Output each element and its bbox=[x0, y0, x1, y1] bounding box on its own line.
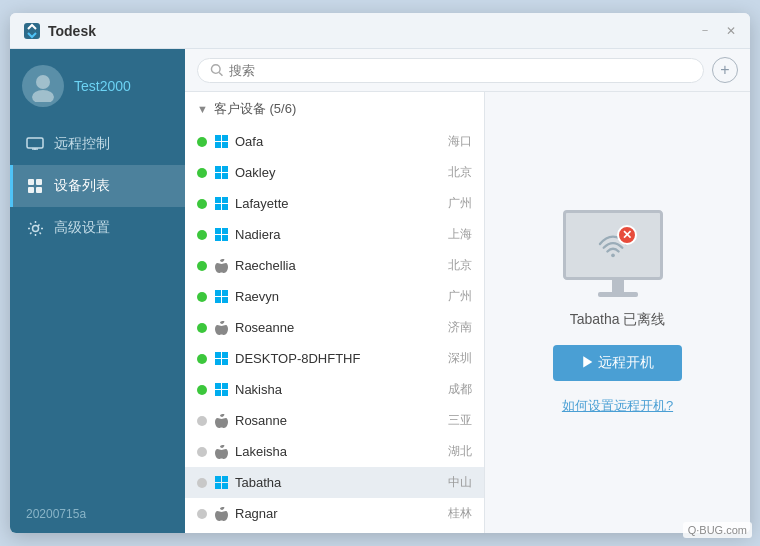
svg-rect-3 bbox=[27, 138, 43, 148]
minimize-button[interactable]: － bbox=[698, 24, 712, 38]
windows-icon bbox=[213, 196, 229, 212]
device-list-item[interactable]: Oakley北京 bbox=[185, 157, 484, 188]
device-location: 北京 bbox=[448, 164, 472, 181]
apple-icon bbox=[213, 320, 229, 336]
sidebar-item-advanced-settings[interactable]: 高级设置 bbox=[10, 207, 185, 249]
windows-icon bbox=[213, 351, 229, 367]
status-dot bbox=[197, 137, 207, 147]
todesk-logo-icon bbox=[22, 21, 42, 41]
device-name: Roseanne bbox=[235, 320, 442, 335]
device-location: 中山 bbox=[448, 474, 472, 491]
svg-point-10 bbox=[32, 225, 38, 231]
svg-point-11 bbox=[211, 65, 220, 74]
status-dot bbox=[197, 261, 207, 271]
svg-point-1 bbox=[36, 75, 50, 89]
device-list-item[interactable]: Oafa海口 bbox=[185, 126, 484, 157]
device-section: ▼ 客户设备 (5/6) Oafa海口Oakley北京Lafayette广州Na… bbox=[185, 92, 750, 533]
device-name: Nadiera bbox=[235, 227, 442, 242]
device-list-item[interactable]: DESKTOP-8DHFTHF深圳 bbox=[185, 343, 484, 374]
device-name: Oakley bbox=[235, 165, 442, 180]
device-list-item[interactable]: Raleigh广州 bbox=[185, 529, 484, 533]
device-name: Oafa bbox=[235, 134, 442, 149]
windows-icon bbox=[213, 289, 229, 305]
window-controls: － ✕ bbox=[698, 24, 738, 38]
search-input[interactable] bbox=[229, 63, 691, 78]
device-list-item[interactable]: Raevyn广州 bbox=[185, 281, 484, 312]
username: Test2000 bbox=[74, 78, 131, 94]
device-list-item[interactable]: Lafayette广州 bbox=[185, 188, 484, 219]
device-illustration: ✕ bbox=[563, 210, 673, 295]
device-list: Oafa海口Oakley北京Lafayette广州Nadiera上海Raeche… bbox=[185, 126, 484, 533]
device-location: 上海 bbox=[448, 226, 472, 243]
device-list-item[interactable]: Rosanne三亚 bbox=[185, 405, 484, 436]
device-list-item[interactable]: Nakisha成都 bbox=[185, 374, 484, 405]
monitor-screen: ✕ bbox=[563, 210, 663, 280]
device-name: Nakisha bbox=[235, 382, 442, 397]
device-status-text: Tabatha 已离线 bbox=[570, 311, 666, 329]
device-list-item[interactable]: Lakeisha湖北 bbox=[185, 436, 484, 467]
windows-icon bbox=[213, 134, 229, 150]
device-list-item[interactable]: Nadiera上海 bbox=[185, 219, 484, 250]
gear-icon bbox=[26, 219, 44, 237]
device-location: 广州 bbox=[448, 288, 472, 305]
device-list-item[interactable]: Ragnar桂林 bbox=[185, 498, 484, 529]
device-name: Rosanne bbox=[235, 413, 442, 428]
close-button[interactable]: ✕ bbox=[724, 24, 738, 38]
advanced-settings-label: 高级设置 bbox=[54, 219, 110, 237]
active-indicator bbox=[10, 165, 13, 207]
app-window: Todesk － ✕ Test2000 bbox=[10, 13, 750, 533]
version-label: 20200715a bbox=[10, 495, 185, 533]
remote-power-button[interactable]: ▶ 远程开机 bbox=[553, 345, 683, 381]
status-dot bbox=[197, 447, 207, 457]
user-section: Test2000 bbox=[10, 49, 185, 123]
device-name: Ragnar bbox=[235, 506, 442, 521]
status-dot bbox=[197, 292, 207, 302]
sidebar-item-device-list[interactable]: 设备列表 bbox=[10, 165, 185, 207]
setup-link[interactable]: 如何设置远程开机? bbox=[562, 397, 673, 415]
device-name: Lakeisha bbox=[235, 444, 442, 459]
add-device-button[interactable]: + bbox=[712, 57, 738, 83]
windows-icon bbox=[213, 227, 229, 243]
search-icon bbox=[210, 63, 223, 77]
device-location: 海口 bbox=[448, 133, 472, 150]
monitor-icon bbox=[26, 135, 44, 153]
device-location: 桂林 bbox=[448, 505, 472, 522]
app-title: Todesk bbox=[48, 23, 96, 39]
apple-icon bbox=[213, 506, 229, 522]
main-layout: Test2000 远程控制 bbox=[10, 49, 750, 533]
windows-icon bbox=[213, 475, 229, 491]
grid-icon bbox=[26, 177, 44, 195]
sidebar: Test2000 远程控制 bbox=[10, 49, 185, 533]
device-name: Lafayette bbox=[235, 196, 442, 211]
remote-control-label: 远程控制 bbox=[54, 135, 110, 153]
device-list-item[interactable]: Tabatha中山 bbox=[185, 467, 484, 498]
status-dot bbox=[197, 509, 207, 519]
windows-icon bbox=[213, 382, 229, 398]
svg-rect-7 bbox=[36, 179, 42, 185]
device-name: Raevyn bbox=[235, 289, 442, 304]
device-location: 三亚 bbox=[448, 412, 472, 429]
watermark: Q·BUG.com bbox=[683, 522, 752, 538]
status-dot bbox=[197, 478, 207, 488]
device-list-label: 设备列表 bbox=[54, 177, 110, 195]
apple-icon bbox=[213, 444, 229, 460]
svg-rect-8 bbox=[28, 187, 34, 193]
svg-point-13 bbox=[611, 253, 615, 257]
device-list-item[interactable]: Raechellia北京 bbox=[185, 250, 484, 281]
search-bar: + bbox=[185, 49, 750, 92]
chevron-down-icon: ▼ bbox=[197, 103, 208, 115]
sidebar-item-remote-control[interactable]: 远程控制 bbox=[10, 123, 185, 165]
device-list-item[interactable]: Roseanne济南 bbox=[185, 312, 484, 343]
avatar-icon bbox=[27, 70, 59, 102]
device-name: Tabatha bbox=[235, 475, 442, 490]
titlebar: Todesk － ✕ bbox=[10, 13, 750, 49]
device-name: DESKTOP-8DHFTHF bbox=[235, 351, 442, 366]
status-dot bbox=[197, 323, 207, 333]
group-label: 客户设备 (5/6) bbox=[214, 100, 296, 118]
search-input-wrap[interactable] bbox=[197, 58, 704, 83]
device-name: Raechellia bbox=[235, 258, 442, 273]
group-header: ▼ 客户设备 (5/6) bbox=[185, 92, 484, 126]
device-location: 北京 bbox=[448, 257, 472, 274]
status-dot bbox=[197, 168, 207, 178]
content-area: + ▼ 客户设备 (5/6) Oafa海口Oakley北京Lafayette广州… bbox=[185, 49, 750, 533]
